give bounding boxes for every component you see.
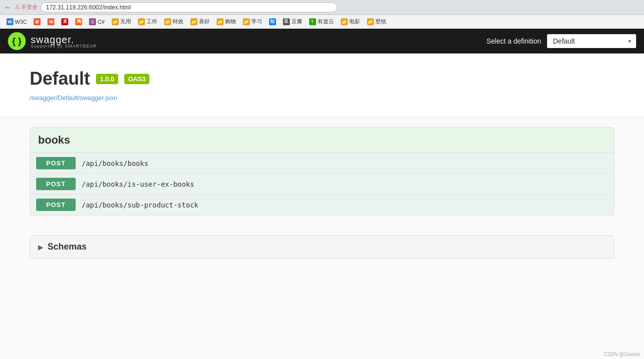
gongzuo-label: 工作 — [146, 18, 157, 25]
schemas-title: Schemas — [47, 242, 87, 252]
books-section-header[interactable]: books — [30, 128, 614, 153]
jd-icon: 京 — [61, 18, 68, 25]
swagger-logo-text-block: swagger. Supported by SMARTBEAR — [31, 34, 97, 49]
bookmark-xuexi[interactable]: 📁 学习 — [240, 17, 265, 26]
swagger-content: Default 1.0.0 OAS3 /swagger/Default/swag… — [0, 53, 644, 359]
definition-select-wrapper[interactable]: Default — [547, 34, 636, 48]
ms-icon: ⊞ — [34, 18, 41, 25]
expand-icon: ▶ — [38, 243, 44, 251]
bookmark-aliapp[interactable]: 淘 — [73, 17, 85, 26]
dianying-label: 电影 — [349, 18, 360, 25]
back-button[interactable]: ← — [4, 3, 12, 12]
api-title: Default 1.0.0 OAS3 — [30, 68, 614, 89]
info-section: Default 1.0.0 OAS3 /swagger/Default/swag… — [0, 53, 644, 117]
swagger-navbar: { } swagger. Supported by SMARTBEAR Sele… — [0, 29, 644, 53]
navbar-right: Select a definition Default — [486, 34, 636, 48]
csharp-label: C# — [97, 19, 104, 25]
bookmark-douban[interactable]: 豆 豆瓣 — [280, 17, 305, 26]
folder-icon-7: 📁 — [341, 18, 348, 25]
bookmark-label: W3C — [15, 19, 27, 25]
warning-icon: ⚠ — [15, 4, 20, 10]
watermark: CSDN @Gomes — [604, 352, 641, 357]
security-text: 不安全 — [21, 3, 38, 11]
bookmark-dianying[interactable]: 📁 电影 — [338, 17, 363, 26]
bookmark-jd[interactable]: 京 — [59, 17, 71, 26]
endpoint-row-3[interactable]: POST /api/books/sub-product-stock — [30, 195, 614, 215]
books-section: books POST /api/books/books POST /api/bo… — [30, 127, 614, 215]
swagger-logo-icon: { } — [8, 32, 26, 50]
w3c-icon: W — [6, 18, 13, 25]
texiao-label: 特效 — [173, 18, 184, 25]
swagger-logo-sub: Supported by SMARTBEAR — [31, 44, 97, 49]
folder-icon-8: 📁 — [367, 18, 374, 25]
bookmark-youdao[interactable]: T 有道云 — [307, 17, 336, 26]
swagger-json-link[interactable]: /swagger/Default/swagger.json — [30, 94, 117, 102]
xuexi-label: 学习 — [251, 18, 262, 25]
method-badge-1: POST — [36, 157, 76, 169]
endpoint-row-1[interactable]: POST /api/books/books — [30, 153, 614, 174]
youdao-icon: T — [309, 18, 316, 25]
douban-icon: 豆 — [283, 18, 290, 25]
endpoint-path-3: /api/books/sub-product-stock — [82, 201, 198, 209]
bookmark-csharp[interactable]: C C# — [87, 17, 107, 26]
schemas-header[interactable]: ▶ Schemas — [30, 236, 614, 258]
definition-select[interactable]: Default — [547, 34, 636, 48]
address-bar[interactable]: 172.31.119.226:6002/index.html — [41, 2, 337, 12]
apis-section: books POST /api/books/books POST /api/bo… — [0, 117, 644, 235]
endpoint-row-2[interactable]: POST /api/books/is-user-ex-books — [30, 174, 614, 195]
xihao-label: 喜好 — [199, 18, 210, 25]
bookmark-w3c[interactable]: W W3C — [4, 17, 29, 26]
douban-label: 豆瓣 — [291, 18, 302, 25]
bookmark-gouwu[interactable]: 📁 购物 — [214, 17, 238, 26]
bookmark-zhihu[interactable]: 知 — [267, 17, 278, 26]
bookmark-wuyong[interactable]: 📁 无用 — [109, 17, 134, 26]
schemas-section: ▶ Schemas — [30, 235, 614, 258]
bookmark-ms[interactable]: ⊞ — [31, 17, 43, 26]
oas-badge: OAS3 — [124, 74, 149, 84]
endpoint-path-1: /api/books/books — [82, 159, 148, 167]
endpoint-path-2: /api/books/is-user-ex-books — [82, 180, 194, 188]
folder-icon-5: 📁 — [217, 18, 224, 25]
select-definition-label: Select a definition — [486, 37, 541, 45]
gouwu-label: 购物 — [225, 18, 236, 25]
wuyong-label: 无用 — [120, 18, 131, 25]
method-badge-3: POST — [36, 199, 76, 211]
browser-bar: ← ⚠ 不安全 172.31.119.226:6002/index.html — [0, 0, 644, 15]
method-badge-2: POST — [36, 178, 76, 190]
folder-icon-3: 📁 — [164, 18, 171, 25]
folder-icon-2: 📁 — [138, 18, 145, 25]
bookmark-xihao[interactable]: 📁 喜好 — [188, 17, 212, 26]
bookmark-bizhi[interactable]: 📁 壁纸 — [365, 17, 389, 26]
bookmark-weibo[interactable]: W — [45, 17, 57, 26]
api-name: Default — [30, 68, 90, 89]
bookmark-texiao[interactable]: 📁 特效 — [162, 17, 186, 26]
youdao-label: 有道云 — [318, 18, 334, 25]
version-badge: 1.0.0 — [96, 74, 118, 84]
swagger-logo: { } swagger. Supported by SMARTBEAR — [8, 32, 97, 50]
security-indicator: ⚠ 不安全 — [15, 3, 38, 11]
aliapp-icon: 淘 — [75, 18, 82, 25]
csharp-icon: C — [89, 18, 96, 25]
folder-icon-4: 📁 — [190, 18, 197, 25]
bizhi-label: 壁纸 — [375, 18, 386, 25]
zhihu-icon: 知 — [269, 18, 276, 25]
folder-icon-6: 📁 — [243, 18, 250, 25]
books-section-title: books — [38, 134, 70, 147]
folder-icon-1: 📁 — [112, 18, 119, 25]
bookmark-gongzuo[interactable]: 📁 工作 — [136, 17, 160, 26]
weibo-icon: W — [47, 18, 54, 25]
bookmarks-bar: W W3C ⊞ W 京 淘 C C# 📁 无用 📁 工作 📁 特效 📁 喜好 📁… — [0, 15, 644, 29]
